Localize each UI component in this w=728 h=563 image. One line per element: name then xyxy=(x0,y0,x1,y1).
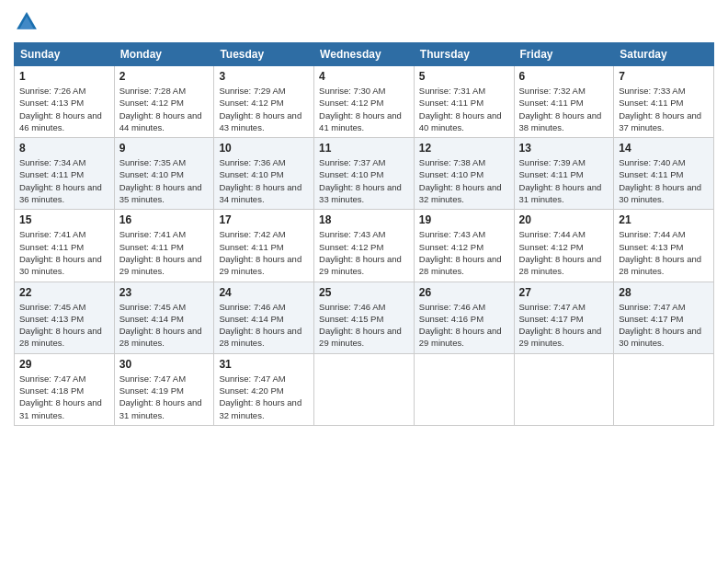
calendar-page: Sunday Monday Tuesday Wednesday Thursday… xyxy=(0,0,728,563)
day-number: 11 xyxy=(319,142,409,155)
calendar-cell: 30 Sunrise: 7:47 AMSunset: 4:19 PMDaylig… xyxy=(114,353,214,425)
calendar-cell: 7 Sunrise: 7:33 AMSunset: 4:11 PMDayligh… xyxy=(614,66,714,138)
day-info: Sunrise: 7:47 AMSunset: 4:17 PMDaylight:… xyxy=(619,302,701,349)
calendar-cell: 1 Sunrise: 7:26 AMSunset: 4:13 PMDayligh… xyxy=(15,66,115,138)
day-info: Sunrise: 7:43 AMSunset: 4:12 PMDaylight:… xyxy=(319,229,402,276)
day-number: 2 xyxy=(119,70,210,83)
calendar-cell: 23 Sunrise: 7:45 AMSunset: 4:14 PMDaylig… xyxy=(114,282,214,353)
day-info: Sunrise: 7:26 AMSunset: 4:13 PMDaylight:… xyxy=(19,86,102,132)
calendar-cell: 13 Sunrise: 7:39 AMSunset: 4:11 PMDaylig… xyxy=(514,138,614,210)
day-number: 31 xyxy=(219,358,309,371)
day-info: Sunrise: 7:36 AMSunset: 4:10 PMDaylight:… xyxy=(219,157,301,204)
day-number: 10 xyxy=(219,142,309,155)
day-info: Sunrise: 7:45 AMSunset: 4:14 PMDaylight:… xyxy=(119,302,202,349)
calendar-week-row: 1 Sunrise: 7:26 AMSunset: 4:13 PMDayligh… xyxy=(15,66,714,138)
calendar-table: Sunday Monday Tuesday Wednesday Thursday… xyxy=(14,42,714,426)
calendar-cell: 24 Sunrise: 7:46 AMSunset: 4:14 PMDaylig… xyxy=(214,282,314,353)
calendar-week-row: 8 Sunrise: 7:34 AMSunset: 4:11 PMDayligh… xyxy=(15,138,714,210)
calendar-cell: 20 Sunrise: 7:44 AMSunset: 4:12 PMDaylig… xyxy=(514,210,614,282)
day-number: 14 xyxy=(619,142,709,155)
calendar-cell: 22 Sunrise: 7:45 AMSunset: 4:13 PMDaylig… xyxy=(15,282,115,353)
day-info: Sunrise: 7:47 AMSunset: 4:19 PMDaylight:… xyxy=(119,373,202,420)
day-number: 30 xyxy=(119,358,210,371)
day-number: 4 xyxy=(319,70,409,83)
day-number: 6 xyxy=(519,70,609,83)
calendar-cell: 6 Sunrise: 7:32 AMSunset: 4:11 PMDayligh… xyxy=(514,66,614,138)
logo xyxy=(14,9,43,35)
calendar-body: 1 Sunrise: 7:26 AMSunset: 4:13 PMDayligh… xyxy=(15,66,714,426)
day-info: Sunrise: 7:30 AMSunset: 4:12 PMDaylight:… xyxy=(319,86,402,132)
day-info: Sunrise: 7:46 AMSunset: 4:16 PMDaylight:… xyxy=(419,302,502,349)
day-number: 8 xyxy=(19,142,109,155)
day-info: Sunrise: 7:44 AMSunset: 4:12 PMDaylight:… xyxy=(519,229,602,276)
calendar-cell: 9 Sunrise: 7:35 AMSunset: 4:10 PMDayligh… xyxy=(114,138,214,210)
calendar-cell: 26 Sunrise: 7:46 AMSunset: 4:16 PMDaylig… xyxy=(414,282,514,353)
calendar-cell xyxy=(514,353,614,425)
day-info: Sunrise: 7:47 AMSunset: 4:17 PMDaylight:… xyxy=(519,302,602,349)
day-info: Sunrise: 7:45 AMSunset: 4:13 PMDaylight:… xyxy=(19,302,102,349)
day-number: 29 xyxy=(19,358,109,371)
calendar-cell: 29 Sunrise: 7:47 AMSunset: 4:18 PMDaylig… xyxy=(15,353,115,425)
day-number: 25 xyxy=(319,286,409,299)
th-wednesday: Wednesday xyxy=(314,43,415,66)
day-number: 12 xyxy=(419,142,509,155)
day-info: Sunrise: 7:29 AMSunset: 4:12 PMDaylight:… xyxy=(219,86,301,132)
calendar-week-row: 15 Sunrise: 7:41 AMSunset: 4:11 PMDaylig… xyxy=(15,210,714,282)
day-info: Sunrise: 7:31 AMSunset: 4:11 PMDaylight:… xyxy=(419,86,502,132)
calendar-cell: 28 Sunrise: 7:47 AMSunset: 4:17 PMDaylig… xyxy=(614,282,714,353)
day-number: 16 xyxy=(119,213,210,226)
calendar-cell: 5 Sunrise: 7:31 AMSunset: 4:11 PMDayligh… xyxy=(414,66,514,138)
day-number: 22 xyxy=(19,286,109,299)
calendar-cell xyxy=(314,353,415,425)
calendar-cell: 2 Sunrise: 7:28 AMSunset: 4:12 PMDayligh… xyxy=(114,66,214,138)
calendar-cell: 11 Sunrise: 7:37 AMSunset: 4:10 PMDaylig… xyxy=(314,138,415,210)
day-number: 19 xyxy=(419,213,509,226)
day-number: 7 xyxy=(619,70,709,83)
calendar-cell: 16 Sunrise: 7:41 AMSunset: 4:11 PMDaylig… xyxy=(114,210,214,282)
day-info: Sunrise: 7:33 AMSunset: 4:11 PMDaylight:… xyxy=(619,86,701,132)
th-thursday: Thursday xyxy=(414,43,514,66)
calendar-cell: 12 Sunrise: 7:38 AMSunset: 4:10 PMDaylig… xyxy=(414,138,514,210)
calendar-cell: 8 Sunrise: 7:34 AMSunset: 4:11 PMDayligh… xyxy=(15,138,115,210)
calendar-cell: 21 Sunrise: 7:44 AMSunset: 4:13 PMDaylig… xyxy=(614,210,714,282)
day-info: Sunrise: 7:28 AMSunset: 4:12 PMDaylight:… xyxy=(119,86,202,132)
calendar-week-row: 22 Sunrise: 7:45 AMSunset: 4:13 PMDaylig… xyxy=(15,282,714,353)
day-number: 15 xyxy=(19,213,109,226)
th-tuesday: Tuesday xyxy=(214,43,314,66)
calendar-cell: 10 Sunrise: 7:36 AMSunset: 4:10 PMDaylig… xyxy=(214,138,314,210)
calendar-cell: 17 Sunrise: 7:42 AMSunset: 4:11 PMDaylig… xyxy=(214,210,314,282)
header xyxy=(14,9,714,35)
day-info: Sunrise: 7:42 AMSunset: 4:11 PMDaylight:… xyxy=(219,229,301,276)
day-info: Sunrise: 7:43 AMSunset: 4:12 PMDaylight:… xyxy=(419,229,502,276)
calendar-cell: 27 Sunrise: 7:47 AMSunset: 4:17 PMDaylig… xyxy=(514,282,614,353)
day-info: Sunrise: 7:41 AMSunset: 4:11 PMDaylight:… xyxy=(19,229,102,276)
th-saturday: Saturday xyxy=(614,43,714,66)
day-info: Sunrise: 7:44 AMSunset: 4:13 PMDaylight:… xyxy=(619,229,701,276)
day-info: Sunrise: 7:47 AMSunset: 4:20 PMDaylight:… xyxy=(219,373,301,420)
calendar-cell: 4 Sunrise: 7:30 AMSunset: 4:12 PMDayligh… xyxy=(314,66,415,138)
day-number: 28 xyxy=(619,286,709,299)
day-info: Sunrise: 7:32 AMSunset: 4:11 PMDaylight:… xyxy=(519,86,602,132)
calendar-cell: 31 Sunrise: 7:47 AMSunset: 4:20 PMDaylig… xyxy=(214,353,314,425)
day-number: 27 xyxy=(519,286,609,299)
calendar-week-row: 29 Sunrise: 7:47 AMSunset: 4:18 PMDaylig… xyxy=(15,353,714,425)
logo-icon xyxy=(14,9,40,35)
calendar-cell: 15 Sunrise: 7:41 AMSunset: 4:11 PMDaylig… xyxy=(15,210,115,282)
calendar-cell: 19 Sunrise: 7:43 AMSunset: 4:12 PMDaylig… xyxy=(414,210,514,282)
day-info: Sunrise: 7:34 AMSunset: 4:11 PMDaylight:… xyxy=(19,157,102,204)
calendar-cell: 3 Sunrise: 7:29 AMSunset: 4:12 PMDayligh… xyxy=(214,66,314,138)
day-info: Sunrise: 7:37 AMSunset: 4:10 PMDaylight:… xyxy=(319,157,402,204)
day-info: Sunrise: 7:38 AMSunset: 4:10 PMDaylight:… xyxy=(419,157,502,204)
day-info: Sunrise: 7:47 AMSunset: 4:18 PMDaylight:… xyxy=(19,373,102,420)
day-number: 21 xyxy=(619,213,709,226)
day-number: 23 xyxy=(119,286,210,299)
day-number: 13 xyxy=(519,142,609,155)
calendar-cell: 25 Sunrise: 7:46 AMSunset: 4:15 PMDaylig… xyxy=(314,282,415,353)
calendar-cell: 14 Sunrise: 7:40 AMSunset: 4:11 PMDaylig… xyxy=(614,138,714,210)
day-number: 18 xyxy=(319,213,409,226)
day-number: 5 xyxy=(419,70,509,83)
th-friday: Friday xyxy=(514,43,614,66)
day-number: 20 xyxy=(519,213,609,226)
day-info: Sunrise: 7:46 AMSunset: 4:14 PMDaylight:… xyxy=(219,302,301,349)
day-info: Sunrise: 7:35 AMSunset: 4:10 PMDaylight:… xyxy=(119,157,202,204)
